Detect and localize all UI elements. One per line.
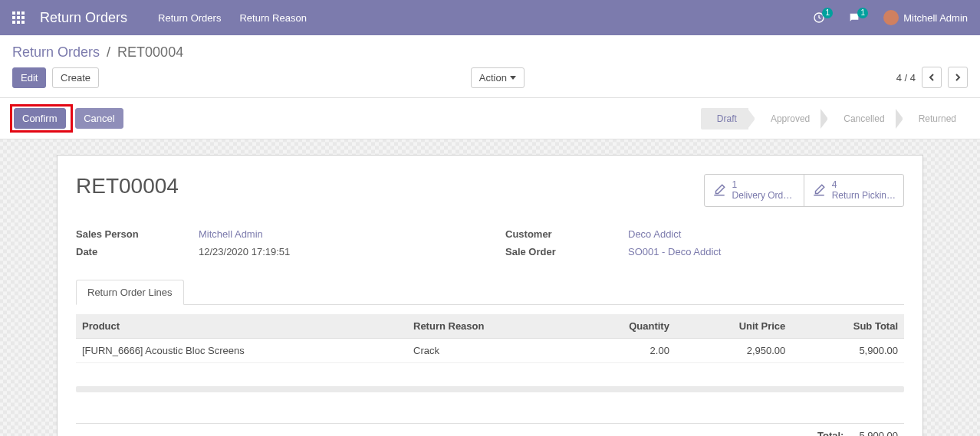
svg-rect-8 [21, 21, 25, 24]
svg-rect-2 [21, 11, 25, 15]
totals-row: Total: 5,900.00 [76, 423, 904, 436]
create-button[interactable]: Create [52, 67, 99, 88]
pencil-note-icon [812, 183, 826, 197]
col-reason: Return Reason [407, 314, 571, 339]
tab-return-order-lines[interactable]: Return Order Lines [76, 280, 184, 305]
edit-button[interactable]: Edit [12, 67, 46, 88]
stage-returned[interactable]: Returned [903, 108, 968, 129]
col-sub: Sub Total [791, 314, 904, 339]
form-sheet: RET00004 1 Delivery Orders 4 Return Pick… [57, 155, 923, 436]
stat-label: Return Pickin… [832, 190, 896, 201]
confirm-button[interactable]: Confirm [14, 108, 66, 129]
field-sales-person: Sales Person Mitchell Admin [76, 225, 475, 243]
confirm-highlight: Confirm [10, 104, 73, 133]
stat-label: Delivery Orders [732, 190, 796, 201]
control-panel: Return Orders / RET00004 Edit Create Act… [0, 35, 980, 98]
breadcrumb-sep: / [107, 44, 110, 60]
breadcrumb-current: RET00004 [117, 44, 183, 60]
pager-next[interactable] [948, 67, 968, 88]
stage-indicator: Draft Approved Cancelled Returned [702, 108, 968, 129]
pencil-note-icon [712, 183, 726, 197]
svg-rect-1 [17, 11, 20, 15]
pager: 4 / 4 [896, 67, 968, 88]
user-menu[interactable]: Mitchell Admin [883, 10, 968, 25]
breadcrumb-root[interactable]: Return Orders [12, 44, 100, 60]
svg-rect-5 [21, 16, 25, 19]
svg-rect-0 [12, 11, 15, 15]
pager-prev[interactable] [922, 67, 942, 88]
svg-rect-4 [17, 16, 20, 19]
menu-return-orders[interactable]: Return Orders [158, 12, 221, 24]
messages-badge: 1 [857, 8, 868, 18]
table-header-row: Product Return Reason Quantity Unit Pric… [76, 314, 904, 339]
apps-icon[interactable] [12, 11, 25, 24]
stage-cancelled[interactable]: Cancelled [827, 108, 896, 129]
svg-rect-3 [12, 16, 15, 19]
chevron-down-icon [510, 76, 516, 80]
svg-rect-7 [17, 21, 20, 24]
menu-return-reason[interactable]: Return Reason [239, 12, 306, 24]
activities-badge: 1 [822, 8, 833, 18]
cell-sub: 5,900.00 [791, 338, 904, 362]
stat-delivery-orders[interactable]: 1 Delivery Orders [705, 175, 804, 206]
field-customer: Customer Deco Addict [505, 225, 904, 243]
action-dropdown[interactable]: Action [471, 67, 525, 88]
pager-text: 4 / 4 [896, 72, 916, 84]
total-value: 5,900.00 [859, 430, 898, 436]
action-label: Action [479, 72, 507, 84]
breadcrumb: Return Orders / RET00004 [0, 35, 980, 67]
tabs: Return Order Lines [76, 279, 904, 305]
stat-count: 1 [732, 179, 796, 190]
stage-draft[interactable]: Draft [701, 108, 748, 129]
cell-product: [FURN_6666] Acoustic Bloc Screens [76, 338, 407, 362]
stat-buttons: 1 Delivery Orders 4 Return Pickin… [704, 174, 904, 207]
svg-rect-6 [12, 21, 15, 24]
app-brand: Return Orders [40, 10, 127, 26]
stat-return-pickings[interactable]: 4 Return Pickin… [804, 175, 903, 206]
field-date: Date 12/23/2020 17:19:51 [76, 243, 475, 261]
total-label: Total: [817, 430, 844, 436]
messages-icon[interactable]: 1 [848, 11, 871, 24]
top-nav: Return Orders Return Orders Return Reaso… [0, 0, 980, 35]
scrollbar-track[interactable] [76, 386, 904, 392]
stage-approved[interactable]: Approved [755, 108, 821, 129]
status-bar: Confirm Cancel Draft Approved Cancelled … [0, 98, 980, 139]
content-area: RET00004 1 Delivery Orders 4 Return Pick… [0, 139, 980, 436]
avatar-icon [883, 10, 899, 25]
activities-icon[interactable]: 1 [813, 11, 836, 24]
record-title: RET00004 [76, 174, 704, 198]
lines-table: Product Return Reason Quantity Unit Pric… [76, 314, 904, 363]
col-product: Product [76, 314, 407, 339]
field-grid: Sales Person Mitchell Admin Date 12/23/2… [76, 225, 904, 261]
stat-count: 4 [832, 179, 896, 190]
cell-reason: Crack [407, 338, 571, 362]
user-name: Mitchell Admin [903, 12, 968, 24]
table-row[interactable]: [FURN_6666] Acoustic Bloc Screens Crack … [76, 338, 904, 362]
col-qty: Quantity [571, 314, 676, 339]
field-sale-order: Sale Order SO001 - Deco Addict [505, 243, 904, 261]
cell-qty: 2.00 [571, 338, 676, 362]
cell-price: 2,950.00 [676, 338, 791, 362]
cancel-button[interactable]: Cancel [75, 108, 123, 129]
col-price: Unit Price [676, 314, 791, 339]
